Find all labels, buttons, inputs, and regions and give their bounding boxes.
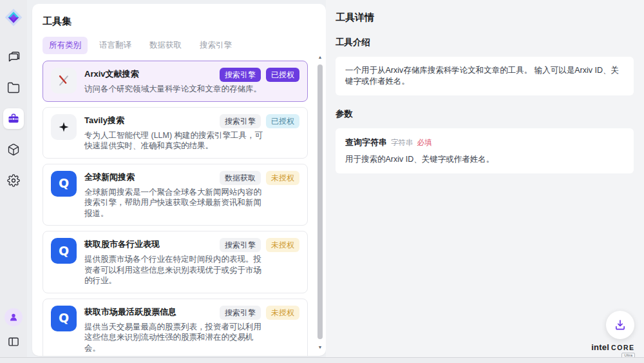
arxiv-x-icon: [57, 74, 71, 88]
auth-badge: 已授权: [266, 114, 299, 128]
tool-card[interactable]: Q 获取股市各行业表现 搜索引擎 未授权 提供股票市场各个行业在特定时间段内的表…: [43, 231, 308, 293]
category-badge: 搜索引擎: [220, 238, 261, 252]
category-badge: 搜索引擎: [220, 68, 261, 82]
toolbox-icon: [7, 112, 20, 125]
download-icon: [613, 318, 627, 332]
intel-wordmark: intel: [591, 342, 609, 352]
scrollbar-thumb[interactable]: [317, 64, 323, 339]
intel-core-logo: intel CORE Ultra: [589, 342, 638, 358]
tool-title: 全球新闻搜索: [84, 171, 135, 182]
auth-badge: 已授权: [266, 68, 299, 82]
sidebar: [0, 0, 27, 357]
page-title: 工具集: [43, 15, 316, 28]
category-tab-2[interactable]: 数据获取: [143, 37, 188, 54]
tool-icon: Q: [51, 171, 77, 197]
tool-details-panel: 工具详情 工具介绍 一个用于从Arxiv存储库搜索科学论文和文章的工具。 输入可…: [326, 0, 644, 357]
auth-badge: 未授权: [266, 171, 299, 185]
sidebar-item-chat[interactable]: [3, 46, 24, 67]
tool-card-main: 获取市场最活跃股票信息 搜索引擎 未授权 提供当天交易量最高的股票列表，投资者可…: [84, 306, 299, 354]
folder-icon: [7, 81, 20, 94]
sidebar-item-files[interactable]: [3, 77, 24, 98]
auth-badge: 未授权: [266, 238, 299, 252]
scroll-up-icon[interactable]: ▲: [317, 54, 323, 61]
details-title: 工具详情: [336, 12, 634, 24]
tool-card-main: Tavily搜索 搜索引擎 已授权 专为人工智能代理 (LLM) 构建的搜索引擎…: [84, 114, 299, 152]
core-wordmark: CORE: [611, 344, 635, 351]
list-scrollbar[interactable]: ▲ ▼: [317, 54, 323, 351]
bottom-strip: [0, 357, 644, 363]
tool-card-main: Arxiv文献搜索 搜索引擎 已授权 访问各个研究领域大量科学论文和文章的存储库…: [84, 68, 299, 95]
sidebar-bottom: [5, 308, 23, 351]
param-type: 字符串: [391, 137, 413, 148]
sidebar-item-toolbox[interactable]: [3, 108, 24, 129]
sidebar-item-packages[interactable]: [3, 139, 24, 160]
sidebar-item-panel-toggle[interactable]: [5, 333, 23, 351]
tool-card[interactable]: Arxiv文献搜索 搜索引擎 已授权 访问各个研究领域大量科学论文和文章的存储库…: [43, 61, 308, 102]
tools-panel: 工具集 所有类别语言翻译数据获取搜索引擎 Arxiv文献搜索 搜索引擎 已授权 …: [32, 4, 326, 356]
tool-card-main: 获取股市各行业表现 搜索引擎 未授权 提供股票市场各个行业在特定时间段内的表现。…: [84, 238, 299, 286]
param-name: 查询字符串: [345, 137, 387, 148]
cube-icon: [7, 143, 20, 156]
user-icon: [8, 312, 19, 322]
category-tab-0[interactable]: 所有类别: [43, 37, 88, 54]
layout-panel-icon: [7, 335, 20, 348]
sidebar-nav: [3, 46, 24, 191]
tool-title: 获取股市各行业表现: [84, 238, 160, 250]
tool-badges: 搜索引擎 已授权: [220, 114, 299, 128]
tool-description: 提供股票市场各个行业在特定时间段内的表现。投资者可以利用这些信息来识别表现优于或…: [84, 254, 269, 286]
tool-description: 提供当天交易量最高的股票列表，投资者可以利用这些信息来识别流动性强的股票和潜在的…: [84, 322, 269, 354]
news-search-q-icon: Q: [59, 312, 69, 324]
app-logo-gem-icon: [4, 8, 23, 27]
category-tab-1[interactable]: 语言翻译: [93, 37, 138, 54]
tool-badges: 搜索引擎 已授权: [220, 68, 299, 82]
sparkle-star-icon: [57, 121, 70, 133]
tool-badges: 搜索引擎 未授权: [220, 238, 299, 252]
param-head: 查询字符串 字符串 必填: [345, 137, 624, 148]
tool-card[interactable]: Q 全球新闻搜索 数据获取 未授权 全球新闻搜索是一个聚合全球各大新闻网站内容的…: [43, 164, 308, 226]
tool-icon: [51, 68, 77, 93]
scroll-down-icon[interactable]: ▼: [317, 344, 323, 351]
download-button[interactable]: [606, 311, 634, 339]
news-search-q-icon: Q: [59, 245, 69, 257]
category-tabs: 所有类别语言翻译数据获取搜索引擎: [43, 37, 316, 54]
auth-badge: 未授权: [266, 306, 299, 320]
tool-list: Arxiv文献搜索 搜索引擎 已授权 访问各个研究领域大量科学论文和文章的存储库…: [43, 61, 308, 356]
tool-icon: Q: [51, 306, 77, 331]
user-avatar[interactable]: [5, 308, 23, 326]
gear-icon: [7, 174, 20, 187]
tool-description: 专为人工智能代理 (LLM) 构建的搜索引擎工具，可快速提供实时、准确和真实的结…: [84, 130, 269, 152]
category-badge: 搜索引擎: [220, 306, 261, 320]
tool-badges: 数据获取 未授权: [220, 171, 299, 185]
tool-card[interactable]: Tavily搜索 搜索引擎 已授权 专为人工智能代理 (LLM) 构建的搜索引擎…: [43, 107, 308, 159]
tool-icon: [51, 114, 77, 140]
param-required-badge: 必填: [417, 137, 432, 148]
intro-box: 一个用于从Arxiv存储库搜索科学论文和文章的工具。 输入可以是Arxiv ID…: [336, 57, 634, 95]
tool-description: 访问各个研究领域大量科学论文和文章的存储库。: [84, 84, 269, 95]
category-badge: 搜索引擎: [220, 114, 261, 128]
tool-title: Tavily搜索: [84, 114, 124, 126]
tool-title: Arxiv文献搜索: [84, 68, 139, 79]
tool-card-main: 全球新闻搜索 数据获取 未授权 全球新闻搜索是一个聚合全球各大新闻网站内容的搜索…: [84, 171, 299, 219]
tool-description: 全球新闻搜索是一个聚合全球各大新闻网站内容的搜索引擎，帮助用户快速获取全球最新资…: [84, 187, 269, 219]
news-search-q-icon: Q: [59, 177, 69, 190]
chat-icon: [7, 50, 20, 63]
tool-badges: 搜索引擎 未授权: [220, 306, 299, 320]
tool-title: 获取市场最活跃股票信息: [84, 306, 176, 317]
tool-icon: Q: [51, 238, 77, 264]
category-badge: 数据获取: [220, 171, 261, 185]
params-heading: 参数: [336, 108, 634, 120]
tool-card[interactable]: Q 获取市场最活跃股票信息 搜索引擎 未授权 提供当天交易量最高的股票列表，投资…: [43, 299, 308, 357]
category-tab-3[interactable]: 搜索引擎: [193, 37, 238, 54]
sidebar-item-settings[interactable]: [3, 170, 24, 191]
param-description: 用于搜索的Arxiv ID、关键字或作者姓名。: [345, 154, 624, 165]
param-box: 查询字符串 字符串 必填 用于搜索的Arxiv ID、关键字或作者姓名。: [336, 128, 634, 173]
intro-heading: 工具介绍: [336, 37, 634, 48]
